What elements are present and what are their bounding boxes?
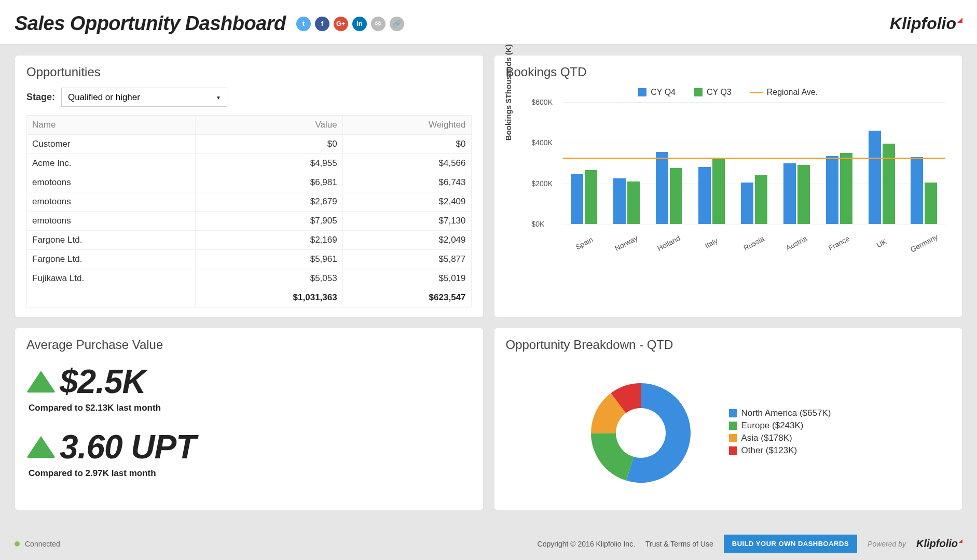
legend-label: Asia ($178K) [741,433,792,443]
bar [741,183,753,224]
col-value[interactable]: Value [195,116,342,135]
bar [585,170,597,224]
footer: Connected Copyright © 2016 Klipfolio Inc… [0,527,977,560]
table-row: emotoons$7,905$7,130 [27,212,472,231]
kpi1-value: $2.5K [60,362,146,401]
stage-select[interactable]: Qualified or higher [61,88,227,107]
bar [755,175,767,224]
x-label: UK [861,230,902,257]
cell-name: Fargone Ltd. [27,250,196,269]
cell-weighted: $5,877 [342,250,471,269]
cell-name: Fargone Ltd. [27,231,196,250]
cell-name: emotoons [27,212,196,231]
x-label: Russia [733,230,775,257]
kpi1-sub: Compared to $2.13K last month [29,403,472,413]
googleplus-icon[interactable]: G+ [334,17,348,31]
legend-avg: Regional Ave. [767,88,818,97]
cell-name: Fujikawa Ltd. [27,269,196,288]
bar-group [605,102,648,224]
total-value: $1,031,363 [195,288,342,307]
cell-name: emotoons [27,192,196,212]
legend-label: North America ($657K) [741,408,831,418]
x-label: Norway [606,230,647,257]
col-weighted[interactable]: Weighted [342,116,471,135]
link-icon[interactable]: 🔗 [390,17,404,31]
breakdown-card: Opportunity Breakdown - QTD North Americ… [494,328,963,510]
legend-swatch [729,434,737,442]
bar [883,144,895,224]
legend-item: Other ($123K) [729,445,831,456]
legend-item: North America ($657K) [729,408,831,418]
table-row: Fargone Ltd.$2,169$2,049 [27,231,472,250]
legend-cy3: CY Q3 [707,88,732,97]
stage-label: Stage: [26,92,55,103]
bookings-card: Bookings QTD CY Q4 CY Q3 Regional Ave. B… [494,55,963,317]
cell-value: $2,679 [195,192,342,212]
legend-swatch [729,446,737,455]
cell-weighted: $4,566 [342,154,471,173]
bar-group [775,102,818,224]
linkedin-icon[interactable]: in [352,17,367,31]
kpi2-value: 3.60 UPT [60,428,196,466]
share-icons: t f G+ in ✉ 🔗 [296,17,404,31]
bar [571,174,583,224]
x-label: Austria [776,230,817,257]
total-weighted: $623,547 [342,288,471,307]
bar-group [563,102,606,224]
cell-value: $5,961 [195,250,342,269]
bar [840,153,852,224]
bar-group [648,102,690,224]
donut-chart [579,371,703,495]
y-axis-title: Bookings $Thousands (K) [503,44,512,141]
status-dot-icon [15,541,20,547]
build-button[interactable]: BUILD YOUR OWN DASHBOARDS [724,535,857,553]
status-text: Connected [25,540,60,548]
footer-brand: Klipfolio [916,538,962,550]
opportunities-title: Opportunities [26,65,472,79]
twitter-icon[interactable]: t [296,17,311,31]
facebook-icon[interactable]: f [315,17,329,31]
brand-logo: Klipfolio [890,14,962,33]
bar-group [903,102,945,224]
table-row: Acme Inc.$4,955$4,566 [27,154,472,173]
cell-weighted: $7,130 [342,212,471,231]
cell-name: Acme Inc. [27,154,196,173]
bar-legend: CY Q4 CY Q3 Regional Ave. [506,88,951,97]
bar-group [690,102,733,224]
cell-name: Customer [27,135,196,154]
bar [826,156,838,224]
bar-group [733,102,775,224]
cell-weighted: $2,049 [342,231,471,250]
opportunities-card: Opportunities Stage: Qualified or higher… [15,55,484,317]
trend-up-icon [26,436,56,458]
svg-point-0 [616,408,666,458]
cell-value: $7,905 [195,212,342,231]
legend-cy4: CY Q4 [651,88,676,97]
x-label: Germany [903,230,945,257]
y-tick: $400K [532,138,553,147]
table-row: emotoons$6,981$6,743 [27,173,472,192]
bar [613,178,626,224]
apv-title: Average Purchase Value [26,338,472,352]
y-tick: $0K [532,220,545,228]
col-name[interactable]: Name [27,116,196,135]
header: Sales Opportunity Dashboard t f G+ in ✉ … [0,0,977,45]
powered-label: Powered by [868,540,906,548]
copyright: Copyright © 2016 Klipfolio Inc. [538,540,636,548]
bar-group [860,102,903,224]
opportunities-table: Name Value Weighted Customer$0$0Acme Inc… [26,115,472,307]
cell-value: $2,169 [195,231,342,250]
bar [627,181,640,224]
breakdown-title: Opportunity Breakdown - QTD [506,338,951,352]
bar-chart: Bookings $Thousands (K) $0K$200K$400K$60… [516,102,951,247]
x-label: Spain [563,230,605,257]
bar [925,183,937,224]
x-label: France [818,230,860,257]
donut-legend: North America ($657K)Europe ($243K)Asia … [729,408,831,458]
apv-card: Average Purchase Value $2.5K Compared to… [15,328,484,510]
cell-weighted: $0 [342,135,471,154]
terms-link[interactable]: Trust & Terms of Use [645,540,713,548]
table-row: Customer$0$0 [27,135,472,154]
email-icon[interactable]: ✉ [371,17,386,31]
cell-weighted: $2,409 [342,192,471,212]
